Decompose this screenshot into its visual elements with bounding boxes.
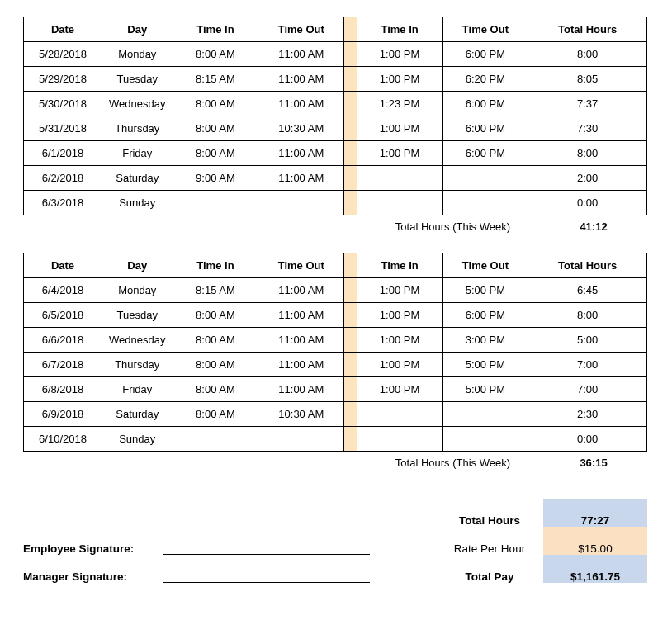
employee-signature-line[interactable] (163, 527, 386, 555)
cell-total-hours: 6:45 (528, 278, 647, 303)
timesheet-week-2: Date Day Time In Time Out Time In Time O… (23, 253, 647, 452)
rate-per-hour-label: Rate Per Hour (436, 527, 543, 555)
cell-date: 6/8/2018 (24, 377, 102, 402)
cell-total-hours: 5:00 (528, 328, 647, 353)
cell-time-in-1: 8:00 AM (173, 377, 258, 402)
cell-total-hours: 0:00 (528, 191, 647, 215)
col-time-in-2: Time In (357, 17, 442, 42)
cell-time-in-2: 1:00 PM (357, 303, 442, 328)
cell-time-out-1: 11:00 AM (258, 377, 344, 402)
cell-time-in-1: 8:00 AM (173, 141, 258, 166)
break-gap (344, 17, 357, 42)
col-total-hours: Total Hours (528, 17, 647, 42)
summary-area: Total Hours 77:27 Employee Signature: Ra… (23, 499, 647, 583)
cell-day: Sunday (102, 191, 173, 215)
cell-total-hours: 7:00 (528, 353, 647, 377)
col-time-out-1: Time Out (258, 17, 344, 42)
break-gap (344, 328, 357, 353)
table-row: 6/5/2018Tuesday8:00 AM11:00 AM1:00 PM6:0… (24, 303, 647, 328)
cell-time-in-2: 1:00 PM (357, 116, 442, 141)
break-gap (344, 191, 357, 215)
cell-time-out-1: 11:00 AM (258, 141, 344, 166)
cell-time-out-2: 6:00 PM (442, 141, 528, 166)
col-time-in-1: Time In (173, 253, 258, 278)
total-hours-label: Total Hours (436, 499, 543, 527)
table-row: 5/30/2018Wednesday8:00 AM11:00 AM1:23 PM… (24, 92, 647, 116)
break-gap (344, 303, 357, 328)
cell-time-in-2: 1:00 PM (357, 377, 442, 402)
break-gap (344, 141, 357, 166)
table-row: 6/2/2018Saturday9:00 AM11:00 AM2:00 (24, 166, 647, 191)
table-row: 6/8/2018Friday8:00 AM11:00 AM1:00 PM5:00… (24, 377, 647, 402)
cell-time-in-2 (357, 191, 442, 215)
cell-time-in-2 (357, 166, 442, 191)
cell-time-out-2: 6:00 PM (442, 303, 528, 328)
cell-time-out-2 (442, 166, 528, 191)
cell-time-out-1: 11:00 AM (258, 303, 344, 328)
table-row: 5/29/2018Tuesday8:15 AM11:00 AM1:00 PM6:… (24, 67, 647, 92)
cell-day: Friday (102, 377, 173, 402)
cell-time-in-2: 1:00 PM (357, 67, 442, 92)
break-gap (344, 42, 357, 67)
cell-time-out-2 (442, 427, 528, 452)
table-row: 5/31/2018Thursday8:00 AM10:30 AM1:00 PM6… (24, 116, 647, 141)
cell-time-in-2: 1:00 PM (357, 353, 442, 377)
cell-total-hours: 7:30 (528, 116, 647, 141)
break-gap (344, 166, 357, 191)
col-date: Date (24, 17, 102, 42)
cell-total-hours: 7:00 (528, 377, 647, 402)
break-gap (344, 278, 357, 303)
week-total-label: Total Hours (This Week) (395, 220, 510, 233)
cell-date: 6/1/2018 (24, 141, 102, 166)
cell-time-out-1: 11:00 AM (258, 92, 344, 116)
table-row: 6/3/2018Sunday0:00 (24, 191, 647, 215)
cell-date: 6/7/2018 (24, 353, 102, 377)
cell-total-hours: 8:00 (528, 141, 647, 166)
cell-time-in-2 (357, 427, 442, 452)
cell-date: 6/10/2018 (24, 427, 102, 452)
cell-time-in-2: 1:23 PM (357, 92, 442, 116)
cell-day: Saturday (102, 166, 173, 191)
col-time-in-1: Time In (173, 17, 258, 42)
manager-signature-line[interactable] (163, 555, 386, 583)
cell-total-hours: 2:30 (528, 402, 647, 427)
cell-day: Thursday (102, 353, 173, 377)
cell-total-hours: 0:00 (528, 427, 647, 452)
cell-date: 5/28/2018 (24, 42, 102, 67)
cell-time-out-1 (258, 427, 344, 452)
cell-time-out-2: 6:20 PM (442, 67, 528, 92)
table-row: 5/28/2018Monday8:00 AM11:00 AM1:00 PM6:0… (24, 42, 647, 67)
cell-time-out-2: 6:00 PM (442, 116, 528, 141)
break-gap (344, 353, 357, 377)
table-row: 6/9/2018Saturday8:00 AM10:30 AM2:30 (24, 402, 647, 427)
break-gap (344, 92, 357, 116)
cell-time-out-1: 10:30 AM (258, 116, 344, 141)
cell-time-out-1: 11:00 AM (258, 42, 344, 67)
cell-day: Wednesday (102, 92, 173, 116)
total-hours-value: 77:27 (543, 499, 647, 527)
manager-signature-label: Manager Signature: (23, 555, 163, 583)
col-time-out-2: Time Out (442, 17, 528, 42)
break-gap (344, 377, 357, 402)
cell-total-hours: 7:37 (528, 92, 647, 116)
cell-time-out-1: 10:30 AM (258, 402, 344, 427)
cell-time-out-1: 11:00 AM (258, 278, 344, 303)
cell-date: 6/6/2018 (24, 328, 102, 353)
cell-time-in-1: 8:00 AM (173, 328, 258, 353)
cell-time-in-1: 8:00 AM (173, 402, 258, 427)
week-total-value: 36:15 (540, 457, 647, 469)
cell-total-hours: 8:00 (528, 42, 647, 67)
cell-time-out-2 (442, 191, 528, 215)
cell-time-out-2: 5:00 PM (442, 278, 528, 303)
table-row: 6/4/2018Monday8:15 AM11:00 AM1:00 PM5:00… (24, 278, 647, 303)
cell-time-out-1: 11:00 AM (258, 328, 344, 353)
cell-time-out-1 (258, 191, 344, 215)
week-2-total: Total Hours (This Week) 36:15 (23, 457, 647, 469)
cell-time-in-1 (173, 191, 258, 215)
col-date: Date (24, 253, 102, 278)
cell-date: 5/30/2018 (24, 92, 102, 116)
cell-time-in-1: 8:00 AM (173, 92, 258, 116)
cell-date: 6/9/2018 (24, 402, 102, 427)
cell-time-in-1: 9:00 AM (173, 166, 258, 191)
col-total-hours: Total Hours (528, 253, 647, 278)
